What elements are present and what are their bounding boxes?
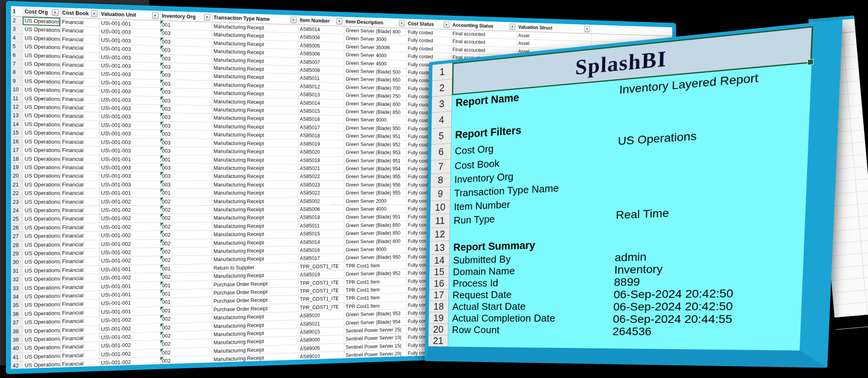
panel-row-header[interactable]: 5 <box>431 128 451 145</box>
cell[interactable]: 002 <box>160 239 212 247</box>
cell[interactable]: AS85015 <box>298 229 344 238</box>
filter-dropdown-icon[interactable]: ▾ <box>336 18 342 24</box>
cell[interactable]: Financial <box>60 137 99 146</box>
cell[interactable]: Sentinel Power Server 30( <box>344 358 406 368</box>
cell[interactable]: Green Server (Blade) 956 <box>344 181 406 189</box>
row-header[interactable]: 28 <box>11 241 23 250</box>
cell[interactable]: 003 <box>160 88 212 97</box>
row-header[interactable]: 5 <box>11 42 23 51</box>
cell[interactable]: Green Server (Blade) 951 <box>344 156 406 165</box>
cell[interactable]: Financial <box>60 240 99 249</box>
cell[interactable]: 001 <box>160 264 212 273</box>
cell[interactable]: Manufacturing Receipt <box>212 197 298 206</box>
cell[interactable]: US Operations <box>23 266 60 275</box>
cell[interactable]: AS85023 <box>298 181 344 189</box>
cell[interactable]: US Operations <box>23 33 60 43</box>
cell[interactable]: US\-001-002 <box>99 374 160 374</box>
cell[interactable]: Green Server 4000 <box>344 205 406 213</box>
cell[interactable]: US\-001-002 <box>99 231 160 240</box>
cell[interactable]: US\-001-002 <box>99 206 160 214</box>
cell[interactable]: Fully costed <box>406 364 451 374</box>
panel-row-header[interactable]: 8 <box>431 173 451 188</box>
cell[interactable]: 002 <box>160 222 212 231</box>
cell[interactable]: Green Server (Blade) 800 <box>344 237 406 246</box>
cell[interactable]: AS85011 <box>298 221 344 230</box>
cell[interactable]: AS85007 <box>298 58 344 67</box>
cell[interactable]: US Operations <box>23 300 60 309</box>
cell[interactable]: US Operations <box>23 317 60 327</box>
row-header[interactable]: 6 <box>11 50 23 59</box>
panel-row-header[interactable]: 10 <box>430 200 450 215</box>
cell[interactable]: US\-001-003 <box>99 104 160 113</box>
cell[interactable]: Financial <box>60 35 99 44</box>
cell[interactable]: US\-001-003 <box>99 121 160 130</box>
cell[interactable]: TPR_COST1_ITE <box>298 262 344 271</box>
cell[interactable]: Manufacturing Receipt <box>212 122 298 131</box>
cell[interactable]: Financial <box>60 334 99 343</box>
cell[interactable]: Green Server (Blade) 953 <box>344 148 406 157</box>
filter-dropdown-icon[interactable]: ▾ <box>152 12 158 19</box>
row-header[interactable]: 35 <box>11 301 23 310</box>
cell[interactable]: Green Server (Blade) 952 <box>344 269 406 278</box>
cell[interactable]: 002 <box>160 214 212 222</box>
cell[interactable]: Financial <box>60 155 99 164</box>
panel-row-header[interactable]: 13 <box>430 241 449 255</box>
cell[interactable]: 003 <box>160 181 212 189</box>
cell[interactable]: TPR_COST1_ITE <box>298 286 344 295</box>
cell[interactable]: Financial <box>60 43 99 53</box>
cell[interactable]: Green Server (Blade) 951 <box>344 132 406 140</box>
panel-row-header[interactable]: 19 <box>429 312 448 324</box>
cell[interactable]: Financial <box>60 69 99 78</box>
panel-row-header[interactable]: 15 <box>429 266 449 278</box>
cell[interactable]: Financial <box>60 120 99 129</box>
cell[interactable]: Financial <box>60 214 99 223</box>
cell[interactable]: US\-001-002 <box>99 197 160 206</box>
cell[interactable]: Financial <box>60 274 99 283</box>
cell[interactable]: Financial <box>60 325 99 334</box>
cell[interactable]: Manufacturing Receipt <box>212 181 298 189</box>
cell[interactable]: Green Server 9000 <box>344 116 406 125</box>
row-header[interactable]: 14 <box>11 120 23 129</box>
cell[interactable]: Financial <box>60 291 99 300</box>
cell[interactable]: Financial <box>60 342 99 352</box>
row-header[interactable]: 21 <box>11 180 23 189</box>
panel-row-header[interactable]: 16 <box>429 278 449 289</box>
cell[interactable]: Sentinel Power Server 35( <box>344 366 406 374</box>
row-header[interactable]: 36 <box>11 309 23 318</box>
cell[interactable]: 003 <box>160 54 212 64</box>
cell[interactable]: US Operations <box>23 68 60 78</box>
row-header[interactable]: 25 <box>11 215 23 224</box>
cell[interactable]: US Operations <box>23 360 60 370</box>
cell[interactable]: Financial <box>60 189 99 197</box>
cell[interactable]: AS85021 <box>298 164 344 172</box>
cell[interactable]: 003 <box>160 96 212 106</box>
cell[interactable]: Financial <box>60 257 99 266</box>
cell[interactable]: AS85019 <box>298 270 344 279</box>
cell[interactable]: US Operations <box>23 42 60 52</box>
cell[interactable]: US\-001-003 <box>99 181 160 189</box>
cell[interactable]: US Operations <box>23 249 60 258</box>
cell[interactable]: AS85006 <box>298 205 344 214</box>
filter-dropdown-icon[interactable]: ▾ <box>444 21 450 28</box>
cell[interactable]: AS85018 <box>298 213 344 222</box>
cell[interactable]: US\-001-002 <box>99 239 160 248</box>
cell[interactable]: Financial <box>60 248 99 257</box>
cell[interactable]: US Operations <box>23 214 60 223</box>
cell[interactable]: Financial <box>60 78 99 87</box>
row-header[interactable]: 26 <box>11 223 23 232</box>
cell[interactable]: Green Server (Blade) 954 <box>344 164 406 173</box>
panel-row-header[interactable]: 14 <box>430 254 449 266</box>
row-header[interactable]: 19 <box>11 163 23 171</box>
cell[interactable]: Final accounted <box>451 362 517 372</box>
filter-dropdown-icon[interactable]: ▾ <box>91 10 97 17</box>
cell[interactable]: US\-001-003 <box>99 138 160 147</box>
cell[interactable]: US\-001-001 <box>99 264 160 274</box>
row-header[interactable]: 15 <box>11 128 23 137</box>
cell[interactable]: 001 <box>160 155 212 164</box>
cell[interactable]: US\-001-003 <box>99 53 160 62</box>
row-header[interactable]: 8 <box>11 68 23 77</box>
cell[interactable]: Manufacturing Receipt <box>212 156 298 164</box>
cell[interactable]: US Operations <box>23 85 60 94</box>
cell[interactable]: Manufacturing Receipt <box>212 205 298 214</box>
row-header[interactable]: 20 <box>11 172 23 180</box>
